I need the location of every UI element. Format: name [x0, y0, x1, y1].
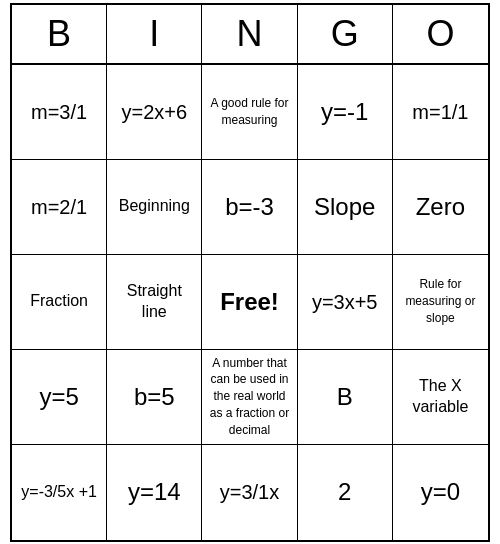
bingo-cell-7: b=-3	[202, 160, 297, 255]
header-letter-i: I	[107, 5, 202, 63]
bingo-cell-1: y=2x+6	[107, 65, 202, 160]
bingo-cell-12: Free!	[202, 255, 297, 350]
bingo-cell-9: Zero	[393, 160, 488, 255]
bingo-cell-18: B	[298, 350, 393, 445]
bingo-cell-19: The X variable	[393, 350, 488, 445]
bingo-cell-14: Rule for measuring or slope	[393, 255, 488, 350]
bingo-cell-13: y=3x+5	[298, 255, 393, 350]
bingo-cell-16: b=5	[107, 350, 202, 445]
header-letter-o: O	[393, 5, 488, 63]
header-letter-g: G	[298, 5, 393, 63]
bingo-cell-4: m=1/1	[393, 65, 488, 160]
header-letter-n: N	[202, 5, 297, 63]
bingo-cell-6: Beginning	[107, 160, 202, 255]
bingo-cell-5: m=2/1	[12, 160, 107, 255]
bingo-cell-24: y=0	[393, 445, 488, 540]
bingo-cell-2: A good rule for measuring	[202, 65, 297, 160]
bingo-cell-11: Straight line	[107, 255, 202, 350]
bingo-cell-8: Slope	[298, 160, 393, 255]
bingo-grid: m=3/1y=2x+6A good rule for measuringy=-1…	[12, 65, 488, 540]
bingo-cell-20: y=-3/5x +1	[12, 445, 107, 540]
bingo-cell-23: 2	[298, 445, 393, 540]
header-letter-b: B	[12, 5, 107, 63]
bingo-cell-22: y=3/1x	[202, 445, 297, 540]
bingo-cell-15: y=5	[12, 350, 107, 445]
bingo-cell-0: m=3/1	[12, 65, 107, 160]
bingo-cell-17: A number that can be used in the real wo…	[202, 350, 297, 445]
bingo-cell-10: Fraction	[12, 255, 107, 350]
bingo-cell-21: y=14	[107, 445, 202, 540]
bingo-card: BINGO m=3/1y=2x+6A good rule for measuri…	[10, 3, 490, 542]
bingo-cell-3: y=-1	[298, 65, 393, 160]
bingo-header: BINGO	[12, 5, 488, 65]
